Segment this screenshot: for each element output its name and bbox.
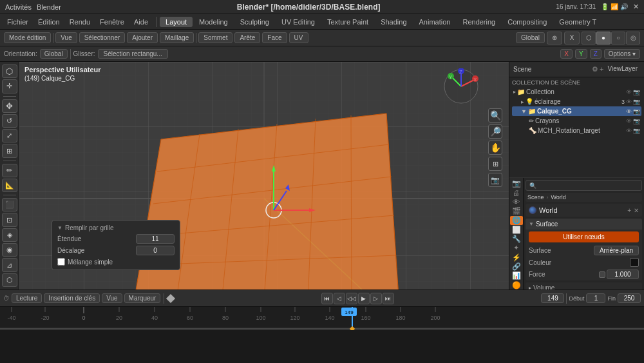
add-btn[interactable]: Ajouter [127,32,158,43]
sc-crayons-row[interactable]: ✏ Crayons 👁 📷 [512,116,641,126]
uv-btn[interactable]: UV [289,32,308,43]
prev-frame-btn[interactable]: ◁ [334,293,345,304]
tab-compositing[interactable]: Compositing [502,17,553,27]
options-btn[interactable]: Options ▾ [604,49,640,59]
force-value[interactable]: 1.000 [607,270,639,279]
props-search-input[interactable] [538,182,640,189]
axes-gizmo[interactable]: X Y Z [443,68,479,104]
view-btn[interactable]: Vue [55,32,77,43]
tl-view-btn[interactable]: Vue [102,293,122,303]
tab-sculpting[interactable]: Sculpting [234,17,275,27]
sc-mch-row[interactable]: 🦴 MCH_Rotation_target 👁 📷 [512,126,641,135]
zoom-in-btn[interactable]: 🔍 [488,108,502,123]
play-btn[interactable]: ▶ [358,293,370,304]
sc-eclairage-row[interactable]: ▸ 💡 éclairage 3 👁 📷 [512,97,641,106]
playback-btn[interactable]: Lecture [12,293,42,303]
select-btn[interactable]: Sélectionner [79,32,126,43]
y-axis-btn[interactable]: Y [575,49,587,59]
lt-rotate[interactable]: ↺ [2,114,17,128]
menu-fichier[interactable]: Fichier [3,17,33,27]
menu-rendu[interactable]: Rendu [65,17,95,27]
props-tab-constraints[interactable]: 🔗 [510,262,523,271]
jump-start-btn[interactable]: ⏮ [321,293,333,304]
props-tab-view[interactable]: 👁 [510,198,523,206]
sc-col-vis[interactable]: 👁 [626,89,632,95]
bc-scene[interactable]: Scene [527,194,544,201]
zoom-out-btn[interactable]: 🔎 [488,124,502,139]
decalage-value[interactable]: 0 [136,246,175,255]
scene-new-icon[interactable]: + [600,65,603,74]
color-swatch[interactable] [630,258,639,267]
tab-shading[interactable]: Shading [375,17,412,27]
sc-calq-vis[interactable]: 👁 [626,108,632,115]
jump-end-btn[interactable]: ⏭ [383,293,394,304]
lt-scale[interactable]: ⤢ [2,129,17,142]
surface-value[interactable]: Arrière-plan [594,246,639,255]
global-btn[interactable]: Global [516,32,545,43]
mesh-btn[interactable]: Maillage [160,32,194,43]
overlay-btn[interactable]: ⊕ [547,32,562,44]
frame-start[interactable]: 1 [586,293,605,303]
world-del-icon[interactable]: ✕ [634,207,639,214]
edge-btn[interactable]: Arête [234,32,260,43]
sc-calque-row[interactable]: ▼ 📁 Calque_CG 👁 📷 [512,106,641,116]
props-tab-output[interactable]: 🖨 [510,188,523,197]
lt-tool5[interactable]: ⊿ [2,258,17,271]
lt-cursor[interactable]: ✛ [2,79,17,93]
x-axis-btn[interactable]: X [560,49,573,59]
lt-transform[interactable]: ⊞ [2,144,17,157]
sc-col-render[interactable]: 📷 [633,89,640,95]
surface-header[interactable]: ▼ Surface [526,219,642,230]
lt-tool1[interactable]: ⬛ [2,198,17,211]
lt-tool6[interactable]: ⬡ [2,273,17,287]
lt-select[interactable]: ⬡ [2,64,17,78]
props-tab-scene[interactable]: 🎬 [510,207,523,215]
sc-cr-render[interactable]: 📷 [633,118,640,124]
props-tab-modifier[interactable]: 🔧 [510,235,523,243]
scrubber-track[interactable] [0,328,644,330]
xray-btn[interactable]: X [564,32,580,44]
next-frame-btn[interactable]: ▷ [370,293,382,304]
tab-animation[interactable]: Animation [413,17,457,27]
orientation-value[interactable]: Global [40,49,68,59]
sc-ecl-render[interactable]: 📷 [633,99,640,105]
shading-wire[interactable]: ⬡ [582,32,596,44]
shading-render[interactable]: ◎ [626,32,640,44]
sc-collection-row[interactable]: ▸ 📁 Collection 👁 📷 [512,87,641,97]
marqueur-btn[interactable]: Marqueur [124,293,161,303]
menu-edition[interactable]: Édition [33,17,64,27]
lt-measure[interactable]: 📐 [2,179,17,192]
volume-section[interactable]: ▸ Volume [526,282,642,289]
tab-layout[interactable]: Layout [160,17,193,27]
timeline-ruler[interactable]: -40 -20 0 20 40 60 80 100 120 [0,307,644,330]
fill-collapse-arrow[interactable]: ▼ [57,225,62,231]
sc-cr-vis[interactable]: 👁 [626,118,632,124]
sc-ecl-vis[interactable]: 👁 [626,99,632,105]
etendue-value[interactable]: 11 [136,234,175,244]
current-frame[interactable]: 149 [541,293,564,303]
insertion-btn[interactable]: Insertion de clés [44,293,100,303]
viewport-3d[interactable]: Perspective Utilisateur (149) Calque_CG … [19,62,509,289]
props-search-bar[interactable]: 🔍 [526,180,642,191]
scene-settings-icon[interactable]: ⚙ [592,65,598,74]
props-tab-physics[interactable]: ⚡ [510,253,523,262]
tab-uv-editing[interactable]: UV Editing [276,17,321,27]
sc-calq-render[interactable]: 📷 [633,108,640,115]
tab-modeling[interactable]: Modeling [193,17,234,27]
props-tab-object[interactable]: ⬜ [510,226,523,234]
world-new-icon[interactable]: + [627,207,631,214]
close-btn[interactable]: ✕ [633,3,639,11]
lt-tool3[interactable]: ◈ [2,228,17,242]
camera-view-btn[interactable]: 📷 [488,173,502,187]
lt-tool4[interactable]: ◉ [2,243,17,257]
props-tab-material[interactable]: 🟠 [510,281,523,289]
sc-mch-render[interactable]: 📷 [633,128,640,134]
mode-dropdown[interactable]: Mode édition [4,32,51,43]
shading-solid[interactable]: ● [596,32,611,44]
props-tab-world[interactable]: 🌐 [510,216,523,224]
activities-btn[interactable]: Activités [5,3,32,11]
shading-material[interactable]: ○ [611,32,625,44]
props-tab-render[interactable]: 📷 [510,179,523,188]
frame-end[interactable]: 250 [618,293,641,303]
menu-aide[interactable]: Aide [129,17,153,27]
